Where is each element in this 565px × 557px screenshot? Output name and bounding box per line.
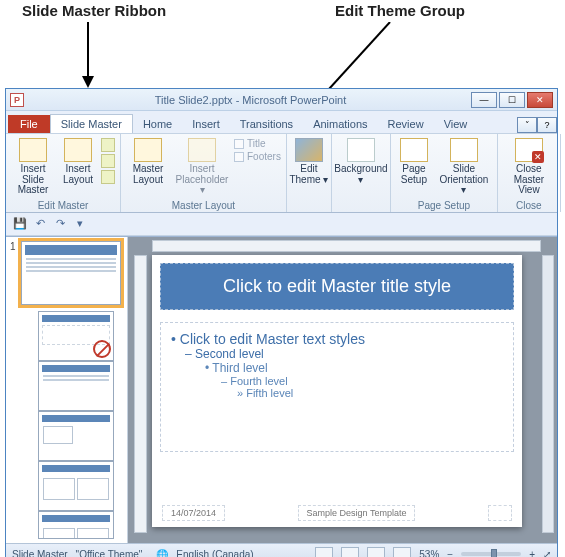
edit-theme-button[interactable]: Edit Theme ▾: [289, 136, 329, 187]
status-language[interactable]: English (Canada): [176, 549, 253, 558]
insert-slide-master-button[interactable]: Insert Slide Master: [11, 136, 55, 198]
delete-button[interactable]: [101, 138, 115, 152]
tab-slide-master[interactable]: Slide Master: [50, 114, 133, 133]
master-title-placeholder[interactable]: Click to edit Master title style: [160, 263, 514, 310]
vertical-scrollbar[interactable]: [542, 255, 554, 533]
quick-access-toolbar: 💾 ↶ ↷ ▾: [6, 213, 557, 236]
theme-icon: [295, 138, 323, 162]
slide-orientation-button[interactable]: Slide Orientation ▾: [436, 136, 492, 198]
master-layout-label: Master Layout: [126, 164, 170, 185]
tab-animations[interactable]: Animations: [303, 115, 377, 133]
footer-placeholder[interactable]: Sample Design Template: [298, 505, 416, 521]
checkbox-icon: [234, 152, 244, 162]
close-button[interactable]: ✕: [527, 92, 553, 108]
master-layout-button[interactable]: Master Layout: [126, 136, 170, 187]
annotation-theme-label: Edit Theme Group: [335, 2, 465, 19]
insert-layout-button[interactable]: Insert Layout: [59, 136, 97, 187]
status-theme: "Office Theme": [76, 549, 143, 558]
close-group-label: Close: [503, 198, 555, 211]
edit-master-group-label: Edit Master: [11, 198, 115, 211]
file-tab[interactable]: File: [8, 115, 50, 133]
group-close: ✕ Close Master View Close: [498, 134, 561, 212]
preserve-icon: [101, 170, 115, 184]
group-edit-master: Insert Slide Master Insert Layout Edit M…: [6, 134, 121, 212]
maximize-button[interactable]: ☐: [499, 92, 525, 108]
reading-view-button[interactable]: [367, 547, 385, 557]
status-bar: Slide Master "Office Theme" 🌐 English (C…: [6, 543, 557, 558]
tab-transitions[interactable]: Transitions: [230, 115, 303, 133]
status-mode: Slide Master: [12, 549, 68, 558]
ribbon-minimize-button[interactable]: ˅: [517, 117, 537, 133]
background-button[interactable]: Background ▾: [334, 136, 388, 187]
undo-button[interactable]: ↶: [32, 216, 48, 232]
tab-insert[interactable]: Insert: [182, 115, 230, 133]
annotation-ribbon-label: Slide Master Ribbon: [22, 2, 166, 19]
app-icon: P: [10, 93, 24, 107]
date-placeholder[interactable]: 14/07/2014: [162, 505, 225, 521]
zoom-label[interactable]: 53%: [419, 549, 439, 558]
close-icon: ✕: [515, 138, 543, 162]
group-edit-theme: Edit Theme ▾: [287, 134, 332, 212]
thumbnail-layout-3[interactable]: [38, 411, 114, 461]
zoom-out-button[interactable]: −: [447, 549, 453, 558]
placeholder-icon: [188, 138, 216, 162]
background-label: Background ▾: [334, 164, 388, 185]
tab-view[interactable]: View: [434, 115, 478, 133]
slide-number: 1: [10, 241, 18, 305]
redo-button[interactable]: ↷: [52, 216, 68, 232]
fit-to-window-button[interactable]: ⤢: [543, 549, 551, 558]
thumbnail-pane[interactable]: 1: [6, 237, 128, 543]
thumbnail-layout-4[interactable]: [38, 461, 114, 511]
horizontal-ruler[interactable]: [152, 240, 541, 252]
bullet-level-2: – Second level: [185, 347, 503, 361]
background-icon: [347, 138, 375, 162]
normal-view-button[interactable]: [315, 547, 333, 557]
thumbnail-layout-2[interactable]: [38, 361, 114, 411]
thumbnail-layout-1[interactable]: [38, 311, 114, 361]
checkbox-icon: [234, 139, 244, 149]
page-setup-icon: [400, 138, 428, 162]
help-button[interactable]: ?: [537, 117, 557, 133]
group-background: Background ▾: [332, 134, 391, 212]
delete-icon: [101, 138, 115, 152]
save-button[interactable]: 💾: [12, 216, 28, 232]
master-body-placeholder[interactable]: • Click to edit Master text styles – Sec…: [160, 322, 514, 452]
bullet-level-3: • Third level: [205, 361, 503, 375]
ribbon: Insert Slide Master Insert Layout Edit M…: [6, 133, 557, 213]
qat-more-button[interactable]: ▾: [72, 216, 88, 232]
slide-master-icon: [19, 138, 47, 162]
close-master-view-button[interactable]: ✕ Close Master View: [503, 136, 555, 198]
no-content-icon: [93, 340, 111, 358]
title-checkbox[interactable]: Title: [234, 138, 281, 149]
vertical-ruler[interactable]: [134, 255, 147, 533]
preserve-button[interactable]: [101, 170, 115, 184]
insert-layout-label: Insert Layout: [59, 164, 97, 185]
zoom-in-button[interactable]: +: [529, 549, 535, 558]
sorter-view-button[interactable]: [341, 547, 359, 557]
page-setup-button[interactable]: Page Setup: [396, 136, 432, 187]
insert-placeholder-label: Insert Placeholder ▾: [174, 164, 230, 196]
slide-master-preview[interactable]: Click to edit Master title style • Click…: [152, 255, 522, 527]
titlebar: P Title Slide2.pptx - Microsoft PowerPoi…: [6, 89, 557, 111]
close-master-label: Close Master View: [503, 164, 555, 196]
footers-checkbox[interactable]: Footers: [234, 151, 281, 162]
app-window: P Title Slide2.pptx - Microsoft PowerPoi…: [5, 88, 558, 557]
layout-icon: [64, 138, 92, 162]
thumbnail-layout-5[interactable]: [38, 511, 114, 539]
slide-number-placeholder[interactable]: [488, 505, 512, 521]
slide-orientation-label: Slide Orientation ▾: [436, 164, 492, 196]
ribbon-tabs: File Slide Master Home Insert Transition…: [6, 111, 557, 133]
insert-placeholder-button[interactable]: Insert Placeholder ▾: [174, 136, 230, 198]
slide-canvas[interactable]: Click to edit Master title style • Click…: [128, 237, 557, 543]
minimize-button[interactable]: —: [471, 92, 497, 108]
rename-button[interactable]: [101, 154, 115, 168]
bullet-level-5: » Fifth level: [237, 387, 503, 399]
tab-home[interactable]: Home: [133, 115, 182, 133]
edit-theme-label: Edit Theme ▾: [289, 164, 329, 185]
slideshow-view-button[interactable]: [393, 547, 411, 557]
page-setup-label: Page Setup: [396, 164, 432, 185]
tab-review[interactable]: Review: [378, 115, 434, 133]
zoom-slider[interactable]: [461, 552, 521, 556]
orientation-icon: [450, 138, 478, 162]
thumbnail-master[interactable]: [21, 241, 121, 305]
